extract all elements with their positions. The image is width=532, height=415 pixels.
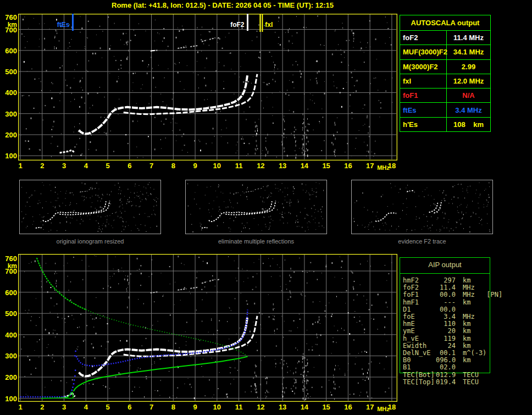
x-tick-17: 17 xyxy=(364,162,375,170)
autoscala-param-label: M(3000)F2 xyxy=(400,60,447,74)
x-tick-11: 11 xyxy=(234,162,245,170)
aip-row-d1: D100.0 xyxy=(403,306,531,313)
x-tick-6: 6 xyxy=(124,162,135,170)
autoscala-param-label: foF1 xyxy=(400,88,447,102)
autoscala-table-header: AUTOSCALA output xyxy=(400,15,490,31)
autoscala-param-label: h'Es xyxy=(400,118,447,131)
aip-param-label: B0 xyxy=(403,356,436,364)
y-tick-200: 200 xyxy=(1,373,17,381)
aip-row-hmf1: hmF1---km xyxy=(403,298,531,306)
x-tick-3: 3 xyxy=(59,162,70,170)
y-tick-760: 760 xyxy=(1,13,17,21)
aip-param-unit: km xyxy=(463,298,470,306)
bottom-ionogram-profile-plot xyxy=(18,254,397,402)
thumbnail-eliminate-reflections xyxy=(185,180,327,234)
thumbnail-caption-2: eliminate multiple reflections xyxy=(185,238,327,245)
aip-param-value: 24 xyxy=(436,342,456,350)
aip-row-b0: B0096.0km xyxy=(403,356,531,364)
autoscala-param-value: 11.4 MHz xyxy=(447,34,490,42)
aip-row-hmf2: hmF2297km xyxy=(403,276,531,284)
thumbnail-canvas-0 xyxy=(20,180,160,234)
x-tick-4: 4 xyxy=(80,403,91,411)
aip-param-unit: MHz [PN] xyxy=(463,291,502,298)
top-ionogram-plot xyxy=(18,14,397,161)
x-tick-6: 6 xyxy=(124,403,135,411)
aip-param-unit: km xyxy=(463,327,470,335)
aip-param-label: foF1 xyxy=(403,291,436,298)
y-tick-600: 600 xyxy=(1,289,17,297)
aip-param-value: 00.1 xyxy=(436,349,456,357)
x-tick-5: 5 xyxy=(102,162,113,170)
aip-row-hme: hmE110km xyxy=(403,320,531,328)
aip-param-label: TEC[Top] xyxy=(403,378,436,386)
aip-param-value: 20 xyxy=(436,327,456,335)
x-tick-14: 14 xyxy=(299,403,310,411)
y-tick-500: 500 xyxy=(1,68,17,76)
aip-param-unit: m^(-3) xyxy=(463,349,486,357)
autoscala-param-label: fxI xyxy=(400,74,447,88)
fxI-marker-label: fxI xyxy=(265,21,287,29)
aip-param-value: 11.4 xyxy=(436,284,456,291)
bottom-plot-canvas xyxy=(18,254,397,402)
aip-param-value: 3.4 xyxy=(436,313,456,320)
aip-param-label: hmF1 xyxy=(403,298,436,306)
page-title: Rome (lat: +41.8, lon: 012.5) - DATE: 20… xyxy=(33,1,412,9)
x-tick-7: 7 xyxy=(146,162,157,170)
autoscala-row-hes: h'Es108 km xyxy=(400,118,490,131)
x-tick-2: 2 xyxy=(37,162,48,170)
aip-param-label: DelN_vE xyxy=(403,349,436,357)
autoscala-param-value: 2.99 xyxy=(447,63,490,71)
y-tick-200: 200 xyxy=(1,131,17,139)
aip-param-value: 096.0 xyxy=(436,356,456,364)
autoscala-param-label: foF2 xyxy=(400,31,447,45)
y-tick-300: 300 xyxy=(1,110,17,118)
aip-param-label: foE xyxy=(403,313,436,320)
aip-param-value: 297 xyxy=(436,276,456,284)
aip-param-label: hmF2 xyxy=(403,276,436,284)
x-tick-8: 8 xyxy=(168,162,179,170)
x-tick-2: 2 xyxy=(37,403,48,411)
aip-param-unit: km xyxy=(463,320,470,328)
autoscala-row-ftes: ftEs3.4 MHz xyxy=(400,103,490,117)
aip-param-label: Ewidth xyxy=(403,342,436,350)
aip-table-header: AIP output xyxy=(400,261,490,269)
x-tick-16: 16 xyxy=(342,403,353,411)
aip-param-value: 019.4 xyxy=(436,378,456,386)
aip-row-ewidth: Ewidth24km xyxy=(403,342,531,350)
autoscala-row-m3000f2: M(3000)F22.99 xyxy=(400,60,490,74)
autoscala-row-fof2: foF211.4 MHz xyxy=(400,31,490,45)
x-tick-3: 3 xyxy=(59,403,70,411)
x-tick-9: 9 xyxy=(190,403,201,411)
aip-param-label: D1 xyxy=(403,306,436,313)
aip-param-unit: TECU xyxy=(463,378,479,386)
top-plot-canvas xyxy=(18,14,397,161)
x-tick-4: 4 xyxy=(80,162,91,170)
x-axis-unit-mhz: MHz xyxy=(377,164,390,171)
x-tick-7: 7 xyxy=(146,403,157,411)
aip-param-label: h_vE xyxy=(403,335,436,342)
x-tick-12: 12 xyxy=(255,403,266,411)
thumbnail-canvas-1 xyxy=(186,180,326,234)
aip-param-label: hmE xyxy=(403,320,436,328)
thumbnail-caption-1: original ionogram resized xyxy=(19,238,161,245)
autoscala-param-value: 108 km xyxy=(447,120,490,129)
aip-param-value: 119 xyxy=(436,335,456,342)
y-tick-760: 760 xyxy=(1,254,17,263)
x-tick-1: 1 xyxy=(15,162,26,170)
x-tick-10: 10 xyxy=(212,403,223,411)
aip-row-fof2: foF211.4MHz xyxy=(403,284,531,291)
thumbnail-caption-3: evidence F2 trace xyxy=(351,238,493,245)
aip-header-divider xyxy=(400,273,490,274)
aip-row-hve: h_vE119km xyxy=(403,335,531,342)
x-tick-13: 13 xyxy=(277,403,288,411)
aip-row-fof1: foF100.0MHz [PN] xyxy=(403,291,531,298)
x-tick-8: 8 xyxy=(168,403,179,411)
autoscala-param-value: 12.0 MHz xyxy=(447,77,490,85)
y-axis-unit-km: km xyxy=(1,21,17,29)
foF2-marker-label: foF2 xyxy=(223,21,245,29)
aip-param-label: TEC[Bot] xyxy=(403,371,436,379)
aip-row-tecbot: TEC[Bot]012.9TECU xyxy=(403,371,531,379)
x-tick-9: 9 xyxy=(190,162,201,170)
autoscala-param-value: 34.1 MHz xyxy=(447,48,490,56)
x-tick-5: 5 xyxy=(102,403,113,411)
